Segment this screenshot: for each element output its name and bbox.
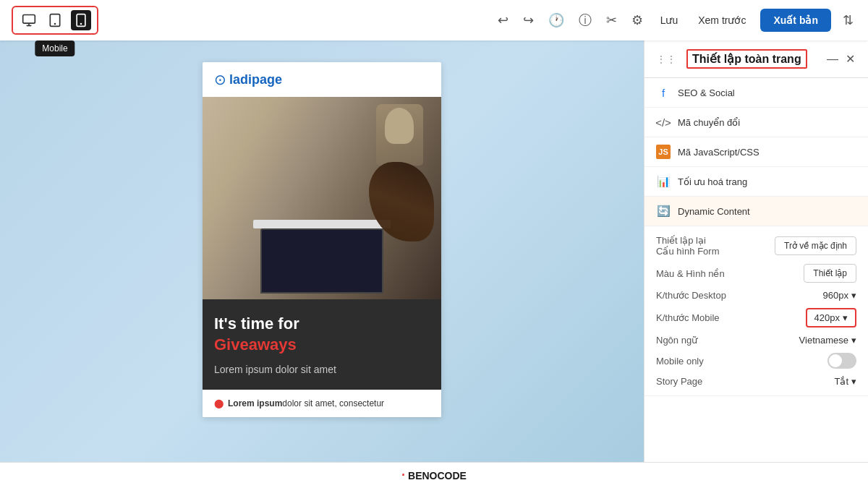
code-convert-icon: </> xyxy=(656,115,671,129)
toolbar: Mobile ↩ ↪ 🕐 ⓘ ✂ ⚙ Lưu Xem trước Xuất bả… xyxy=(0,0,868,40)
form-config-label: Thiết lập lạiCấu hình Form xyxy=(656,235,719,257)
mobile-size-arrow: ▾ xyxy=(843,312,848,323)
color-bg-label: Màu & Hình nền xyxy=(656,268,725,279)
story-page-row: Story Page Tắt ▾ xyxy=(656,376,856,387)
content-title: It's time for Giveaways xyxy=(214,314,430,355)
desktop-size-value[interactable]: 960px ▾ xyxy=(823,290,856,301)
form-config-row: Thiết lập lạiCấu hình Form Trở về mặc đị… xyxy=(656,235,856,257)
content-title-red: Giveaways xyxy=(214,335,297,354)
story-page-label: Story Page xyxy=(656,376,702,387)
svg-rect-0 xyxy=(23,15,35,24)
panel-close-btn[interactable]: ✕ xyxy=(844,51,856,67)
content-title-line1: It's time for xyxy=(214,314,299,333)
language-value[interactable]: Vietnamese ▾ xyxy=(799,335,856,346)
benocode-logo: · BENOCODE xyxy=(401,468,467,483)
menu-item-js-css[interactable]: JS Mã JavaScript/CSS xyxy=(644,137,868,167)
menu-label-dynamic: Dynamic Content xyxy=(678,206,750,217)
mobile-size-value: 420px xyxy=(814,312,840,323)
hero-image xyxy=(203,97,441,299)
mobile-only-label: Mobile only xyxy=(656,356,704,367)
bottom-bar: · BENOCODE xyxy=(0,462,868,488)
info-btn[interactable]: ⓘ xyxy=(576,9,595,32)
panel-settings-section: Thiết lập lạiCấu hình Form Trở về mặc đị… xyxy=(644,226,868,396)
js-css-icon: JS xyxy=(656,145,671,159)
drag-handle-icon[interactable]: ⋮⋮ xyxy=(656,53,676,65)
toolbar-left: Mobile xyxy=(12,6,98,35)
color-bg-row: Màu & Hình nền Thiết lập xyxy=(656,264,856,283)
mobile-size-row: K/thước Mobile 420px ▾ xyxy=(656,308,856,328)
scissors-btn[interactable]: ✂ xyxy=(603,9,620,31)
menu-item-seo[interactable]: f SEO & Social xyxy=(644,78,868,108)
optimize-icon: 📊 xyxy=(656,174,671,189)
content-body: ⬤ Lorem ipsumdolor sit amet, consectetur xyxy=(203,390,441,417)
menu-label-optimize: Tối ưu hoá trang xyxy=(678,176,747,187)
body-rest-text: dolor sit amet, consectetur xyxy=(282,398,384,408)
dynamic-content-icon: 🔄 xyxy=(656,204,671,218)
content-section: It's time for Giveaways Lorem ipsum dolo… xyxy=(203,299,441,390)
story-page-value[interactable]: Tắt ▾ xyxy=(834,376,856,387)
desktop-size-row: K/thước Desktop 960px ▾ xyxy=(656,290,856,301)
canvas-area: ⊙ ladipage It's time for Giveaways Lorem… xyxy=(0,40,644,462)
form-config-btn[interactable]: Trở về mặc định xyxy=(775,236,856,255)
undo-btn[interactable]: ↩ xyxy=(495,9,511,31)
settings-btn[interactable]: ⚙ xyxy=(629,9,646,31)
history-btn[interactable]: 🕐 xyxy=(545,9,567,31)
mobile-size-label: K/thước Mobile xyxy=(656,312,720,323)
logo-text: ladipage xyxy=(229,72,282,87)
menu-label-js-css: Mã JavaScript/CSS xyxy=(678,147,760,158)
color-bg-btn[interactable]: Thiết lập xyxy=(804,264,856,283)
language-label: Ngôn ngữ xyxy=(656,335,697,346)
mobile-only-toggle[interactable] xyxy=(827,353,856,369)
preview-btn[interactable]: Xem trước xyxy=(692,12,752,29)
benocode-text: BENOCODE xyxy=(408,470,467,481)
menu-item-optimize[interactable]: 📊 Tối ưu hoá trang xyxy=(644,167,868,197)
menu-label-seo: SEO & Social xyxy=(678,87,735,98)
page-header: ⊙ ladipage xyxy=(203,62,441,97)
redo-btn[interactable]: ↪ xyxy=(520,9,537,31)
mobile-only-row: Mobile only xyxy=(656,353,856,369)
facebook-icon: f xyxy=(656,85,671,100)
panel-minimize-btn[interactable]: — xyxy=(825,51,840,67)
right-panel: ⋮⋮ Thiết lập toàn trang — ✕ f SEO & Soci… xyxy=(644,40,868,462)
language-row: Ngôn ngữ Vietnamese ▾ xyxy=(656,335,856,346)
panel-header: ⋮⋮ Thiết lập toàn trang — ✕ xyxy=(644,40,868,78)
menu-label-code-convert: Mã chuyển đổi xyxy=(678,117,740,128)
content-body-text: ⬤ Lorem ipsumdolor sit amet, consectetur xyxy=(214,398,430,408)
tablet-device-btn[interactable] xyxy=(45,10,65,30)
mobile-device-btn[interactable] xyxy=(71,10,91,30)
benocode-dot-icon: · xyxy=(401,468,405,483)
desktop-size-label: K/thước Desktop xyxy=(656,290,726,301)
mobile-tooltip: Mobile xyxy=(35,40,75,56)
body-bold-text: Lorem ipsum xyxy=(228,398,282,408)
toggle-knob xyxy=(829,354,842,367)
desktop-device-btn[interactable] xyxy=(19,10,39,30)
publish-btn[interactable]: Xuất bản xyxy=(760,9,831,32)
page-canvas: ⊙ ladipage It's time for Giveaways Lorem… xyxy=(203,62,441,417)
content-subtitle: Lorem ipsum dolor sit amet xyxy=(214,364,430,375)
more-btn[interactable]: ⇅ xyxy=(840,9,856,31)
save-btn[interactable]: Lưu xyxy=(655,12,684,29)
menu-item-code-convert[interactable]: </> Mã chuyển đổi xyxy=(644,108,868,137)
menu-item-dynamic[interactable]: 🔄 Dynamic Content xyxy=(644,197,868,226)
mobile-size-value-box[interactable]: 420px ▾ xyxy=(806,308,856,328)
toolbar-right: ↩ ↪ 🕐 ⓘ ✂ ⚙ Lưu Xem trước Xuất bản ⇅ xyxy=(495,9,856,32)
device-switcher: Mobile xyxy=(12,6,98,35)
panel-title: Thiết lập toàn trang xyxy=(686,49,807,69)
logo-icon: ⊙ xyxy=(214,71,226,88)
